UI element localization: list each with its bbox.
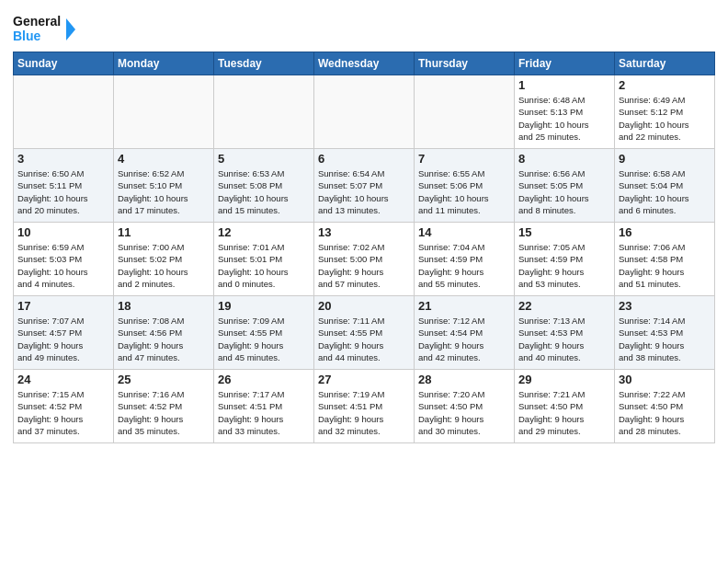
day-info: Sunrise: 7:15 AM Sunset: 4:52 PM Dayligh…: [17, 388, 109, 437]
day-number: 18: [118, 299, 210, 313]
day-info: Sunrise: 7:21 AM Sunset: 4:50 PM Dayligh…: [518, 388, 610, 437]
day-info: Sunrise: 7:14 AM Sunset: 4:53 PM Dayligh…: [619, 315, 711, 363]
logo: GeneralBlue: [13, 9, 77, 48]
calendar-cell: 15Sunrise: 7:05 AM Sunset: 4:59 PM Dayli…: [515, 223, 615, 296]
day-info: Sunrise: 7:08 AM Sunset: 4:56 PM Dayligh…: [118, 315, 210, 363]
calendar-cell: 1Sunrise: 6:48 AM Sunset: 5:13 PM Daylig…: [515, 75, 615, 149]
day-info: Sunrise: 6:59 AM Sunset: 5:03 PM Dayligh…: [17, 241, 109, 290]
header-row: SundayMondayTuesdayWednesdayThursdayFrid…: [14, 52, 715, 75]
calendar-cell: 3Sunrise: 6:50 AM Sunset: 5:11 PM Daylig…: [14, 149, 114, 223]
header-day-tuesday: Tuesday: [214, 52, 314, 75]
day-number: 27: [318, 373, 410, 386]
calendar-cell: [314, 75, 415, 149]
day-number: 6: [318, 152, 410, 166]
calendar-cell: [415, 75, 515, 149]
calendar-cell: 4Sunrise: 6:52 AM Sunset: 5:10 PM Daylig…: [114, 149, 214, 223]
calendar-cell: [214, 75, 314, 149]
day-number: 13: [318, 225, 410, 239]
week-row-4: 24Sunrise: 7:15 AM Sunset: 4:52 PM Dayli…: [14, 370, 715, 443]
day-info: Sunrise: 7:01 AM Sunset: 5:01 PM Dayligh…: [218, 241, 310, 290]
day-number: 4: [118, 152, 210, 166]
day-number: 7: [418, 152, 510, 166]
logo-svg: GeneralBlue: [13, 9, 77, 48]
day-info: Sunrise: 7:07 AM Sunset: 4:57 PM Dayligh…: [17, 315, 109, 363]
day-info: Sunrise: 7:11 AM Sunset: 4:55 PM Dayligh…: [318, 315, 410, 363]
header-day-wednesday: Wednesday: [314, 52, 415, 75]
day-info: Sunrise: 6:50 AM Sunset: 5:11 PM Dayligh…: [17, 167, 109, 216]
day-info: Sunrise: 7:20 AM Sunset: 4:50 PM Dayligh…: [418, 388, 510, 437]
week-row-3: 17Sunrise: 7:07 AM Sunset: 4:57 PM Dayli…: [14, 296, 715, 370]
day-number: 28: [418, 373, 510, 386]
header: GeneralBlue: [13, 9, 715, 48]
week-row-1: 3Sunrise: 6:50 AM Sunset: 5:11 PM Daylig…: [14, 149, 715, 223]
calendar-cell: 19Sunrise: 7:09 AM Sunset: 4:55 PM Dayli…: [214, 296, 314, 370]
day-number: 12: [218, 225, 310, 239]
day-number: 11: [118, 225, 210, 239]
calendar-cell: 23Sunrise: 7:14 AM Sunset: 4:53 PM Dayli…: [615, 296, 715, 370]
week-row-2: 10Sunrise: 6:59 AM Sunset: 5:03 PM Dayli…: [14, 223, 715, 296]
calendar-table: SundayMondayTuesdayWednesdayThursdayFrid…: [13, 52, 715, 443]
day-number: 30: [619, 373, 711, 386]
svg-text:Blue: Blue: [13, 29, 41, 43]
day-info: Sunrise: 7:17 AM Sunset: 4:51 PM Dayligh…: [218, 388, 310, 437]
day-info: Sunrise: 7:22 AM Sunset: 4:50 PM Dayligh…: [619, 388, 711, 437]
calendar-cell: 5Sunrise: 6:53 AM Sunset: 5:08 PM Daylig…: [214, 149, 314, 223]
calendar-cell: 7Sunrise: 6:55 AM Sunset: 5:06 PM Daylig…: [415, 149, 515, 223]
day-info: Sunrise: 6:48 AM Sunset: 5:13 PM Dayligh…: [518, 94, 610, 143]
day-info: Sunrise: 6:49 AM Sunset: 5:12 PM Dayligh…: [619, 94, 711, 143]
calendar-cell: 24Sunrise: 7:15 AM Sunset: 4:52 PM Dayli…: [14, 370, 114, 443]
day-info: Sunrise: 7:02 AM Sunset: 5:00 PM Dayligh…: [318, 241, 410, 290]
svg-marker-2: [66, 18, 75, 40]
day-number: 20: [318, 299, 410, 313]
calendar-container: GeneralBlue SundayMondayTuesdayWednesday…: [0, 0, 728, 449]
calendar-cell: 10Sunrise: 6:59 AM Sunset: 5:03 PM Dayli…: [14, 223, 114, 296]
day-number: 26: [218, 373, 310, 386]
day-number: 2: [619, 78, 711, 92]
day-info: Sunrise: 6:53 AM Sunset: 5:08 PM Dayligh…: [218, 167, 310, 216]
calendar-cell: 29Sunrise: 7:21 AM Sunset: 4:50 PM Dayli…: [515, 370, 615, 443]
calendar-cell: 16Sunrise: 7:06 AM Sunset: 4:58 PM Dayli…: [615, 223, 715, 296]
day-number: 29: [518, 373, 610, 386]
header-day-sunday: Sunday: [14, 52, 114, 75]
day-number: 16: [619, 225, 711, 239]
calendar-cell: 9Sunrise: 6:58 AM Sunset: 5:04 PM Daylig…: [615, 149, 715, 223]
calendar-cell: 14Sunrise: 7:04 AM Sunset: 4:59 PM Dayli…: [415, 223, 515, 296]
calendar-cell: 2Sunrise: 6:49 AM Sunset: 5:12 PM Daylig…: [615, 75, 715, 149]
day-number: 24: [17, 373, 109, 386]
header-day-friday: Friday: [515, 52, 615, 75]
day-number: 9: [619, 152, 711, 166]
calendar-cell: [14, 75, 114, 149]
day-info: Sunrise: 7:04 AM Sunset: 4:59 PM Dayligh…: [418, 241, 510, 290]
calendar-cell: 18Sunrise: 7:08 AM Sunset: 4:56 PM Dayli…: [114, 296, 214, 370]
calendar-cell: 13Sunrise: 7:02 AM Sunset: 5:00 PM Dayli…: [314, 223, 415, 296]
calendar-cell: 30Sunrise: 7:22 AM Sunset: 4:50 PM Dayli…: [615, 370, 715, 443]
day-info: Sunrise: 6:52 AM Sunset: 5:10 PM Dayligh…: [118, 167, 210, 216]
day-info: Sunrise: 7:05 AM Sunset: 4:59 PM Dayligh…: [518, 241, 610, 290]
week-row-0: 1Sunrise: 6:48 AM Sunset: 5:13 PM Daylig…: [14, 75, 715, 149]
day-number: 21: [418, 299, 510, 313]
day-info: Sunrise: 7:19 AM Sunset: 4:51 PM Dayligh…: [318, 388, 410, 437]
day-number: 25: [118, 373, 210, 386]
day-info: Sunrise: 7:06 AM Sunset: 4:58 PM Dayligh…: [619, 241, 711, 290]
day-number: 22: [518, 299, 610, 313]
calendar-cell: 21Sunrise: 7:12 AM Sunset: 4:54 PM Dayli…: [415, 296, 515, 370]
calendar-cell: 22Sunrise: 7:13 AM Sunset: 4:53 PM Dayli…: [515, 296, 615, 370]
day-number: 17: [17, 299, 109, 313]
calendar-cell: 12Sunrise: 7:01 AM Sunset: 5:01 PM Dayli…: [214, 223, 314, 296]
day-info: Sunrise: 6:55 AM Sunset: 5:06 PM Dayligh…: [418, 167, 510, 216]
day-info: Sunrise: 6:58 AM Sunset: 5:04 PM Dayligh…: [619, 167, 711, 216]
day-info: Sunrise: 7:09 AM Sunset: 4:55 PM Dayligh…: [218, 315, 310, 363]
day-number: 14: [418, 225, 510, 239]
calendar-cell: 25Sunrise: 7:16 AM Sunset: 4:52 PM Dayli…: [114, 370, 214, 443]
day-number: 19: [218, 299, 310, 313]
day-number: 8: [518, 152, 610, 166]
calendar-cell: 6Sunrise: 6:54 AM Sunset: 5:07 PM Daylig…: [314, 149, 415, 223]
calendar-cell: 27Sunrise: 7:19 AM Sunset: 4:51 PM Dayli…: [314, 370, 415, 443]
calendar-cell: 17Sunrise: 7:07 AM Sunset: 4:57 PM Dayli…: [14, 296, 114, 370]
day-info: Sunrise: 6:56 AM Sunset: 5:05 PM Dayligh…: [518, 167, 610, 216]
calendar-cell: 28Sunrise: 7:20 AM Sunset: 4:50 PM Dayli…: [415, 370, 515, 443]
day-info: Sunrise: 7:12 AM Sunset: 4:54 PM Dayligh…: [418, 315, 510, 363]
header-day-saturday: Saturday: [615, 52, 715, 75]
day-number: 23: [619, 299, 711, 313]
day-number: 15: [518, 225, 610, 239]
